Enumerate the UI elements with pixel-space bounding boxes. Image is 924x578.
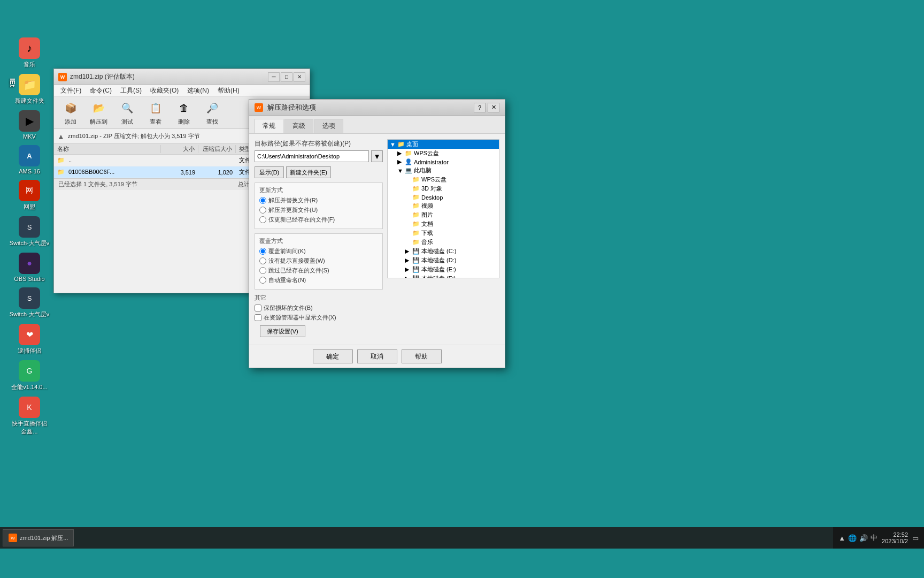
folder-icon-pics: 📁 <box>412 211 420 218</box>
tree-item-downloads[interactable]: 📁 下载 <box>403 229 499 238</box>
taskbar-item-winrar[interactable]: W zmd101.zip 解压... <box>3 529 74 546</box>
tree-item-docs[interactable]: 📁 文档 <box>403 219 499 229</box>
menu-file[interactable]: 文件(F) <box>57 85 84 96</box>
col-header-packed[interactable]: 压缩后大小 <box>198 145 236 153</box>
new-folder-button[interactable]: 新建文件夹(E) <box>286 166 331 178</box>
desktop-icon-mkv[interactable]: ▶ MKV <box>8 110 51 140</box>
taskbar-winrar-label: zmd101.zip 解压... <box>20 534 68 542</box>
test-toolbar-label: 测试 <box>121 118 133 126</box>
overwrite-radio-skip[interactable]: 跳过已经存在的文件(S) <box>259 267 378 275</box>
radio-ask[interactable] <box>259 248 266 255</box>
toolbar-view-button[interactable]: 📋 查看 <box>143 97 167 128</box>
folder-icon-desktop2: 📁 <box>412 194 420 201</box>
tree-item-thispc[interactable]: ▼ 💻 此电脑 <box>395 166 499 175</box>
desktop-icon-music[interactable]: ♪ 音乐 <box>8 37 51 69</box>
radio-rename[interactable] <box>259 277 266 284</box>
minimize-button[interactable]: ─ <box>268 72 280 82</box>
help-button[interactable]: 帮助 <box>402 349 442 363</box>
tree-item-disk-e[interactable]: ▶ 💾 本地磁盘 (E:) <box>403 265 499 274</box>
checkbox-show-explorer[interactable]: 在资源管理器中显示文件(X) <box>255 314 383 322</box>
desktop-icon-folder[interactable]: 📁 新建文件夹 <box>8 74 51 105</box>
dialog-title-icon: W <box>255 103 263 112</box>
system-clock[interactable]: 22:52 2023/10/2 <box>882 531 908 544</box>
desktop-icon-obs[interactable]: ● OBS Studio <box>8 253 51 282</box>
radio-existing[interactable] <box>259 216 266 223</box>
tray-ime-icon[interactable]: 中 <box>871 533 877 543</box>
cancel-button[interactable]: 取消 <box>357 349 397 363</box>
desktop-icon-red[interactable]: ❤ 逮捕伴侣 <box>8 324 51 355</box>
desktop-icon-full[interactable]: G 全能v1.14.0... <box>8 360 51 391</box>
menu-help[interactable]: 帮助(H) <box>214 85 243 96</box>
tree-item-disk-d[interactable]: ▶ 💾 本地磁盘 (D:) <box>403 256 499 265</box>
save-settings-button[interactable]: 保存设置(V) <box>260 325 305 337</box>
tray-network-icon[interactable]: 🌐 <box>848 534 857 542</box>
update-radio-update[interactable]: 解压并更新文件(U) <box>259 206 378 214</box>
switch2-icon-label: Switch-大气层v <box>10 310 50 318</box>
back-arrow[interactable]: ▲ <box>57 132 65 141</box>
menu-favorites[interactable]: 收藏夹(O) <box>147 85 182 96</box>
desktop-icon-switch2[interactable]: S Switch-大气层v <box>8 287 51 318</box>
tree-item-pics[interactable]: 📁 图片 <box>403 210 499 219</box>
toolbar-test-button[interactable]: 🔍 测试 <box>115 97 139 128</box>
tree-item-video[interactable]: 📁 视频 <box>403 201 499 210</box>
checkbox-keep-broken[interactable]: 保留损坏的文件(B) <box>255 304 383 312</box>
tree-item-music[interactable]: 📁 音乐 <box>403 238 499 247</box>
show-desktop-icon[interactable]: ▭ <box>912 534 919 542</box>
tree-indent-music: 📁 音乐 <box>388 238 499 247</box>
overwrite-radio-ask[interactable]: 覆盖前询问(K) <box>259 247 378 255</box>
toolbar-add-button[interactable]: 📦 添加 <box>58 97 82 128</box>
ams-icon: A <box>19 145 40 166</box>
toolbar-extract-button[interactable]: 📂 解压到 <box>87 97 111 128</box>
menu-options[interactable]: 选项(N) <box>184 85 212 96</box>
menu-command[interactable]: 命令(C) <box>87 85 115 96</box>
folder-icon-disk-d: 💾 <box>412 257 420 264</box>
tree-item-3d[interactable]: 📁 3D 对象 <box>403 184 499 193</box>
col-header-size[interactable]: 大小 <box>161 145 198 153</box>
desktop-icon-switch1[interactable]: S Switch-大气层v <box>8 216 51 247</box>
menu-tools[interactable]: 工具(S) <box>117 85 145 96</box>
tree-item-desktop2[interactable]: 📁 Desktop <box>403 193 499 201</box>
desktop-icon-stream[interactable]: K 快手直播伴侣 金鑫... <box>8 397 51 436</box>
radio-update[interactable] <box>259 207 266 214</box>
check-keep-broken[interactable] <box>255 305 261 311</box>
tree-item-wps-cloud2[interactable]: 📁 WPS云盘 <box>403 175 499 184</box>
ok-button[interactable]: 确定 <box>313 349 353 363</box>
folder-tree[interactable]: ▼ 📁 桌面 ▶ 📁 WPS云盘 ▶ 👤 Administrator <box>387 139 499 278</box>
tray-arrow-icon[interactable]: ▲ <box>838 534 845 542</box>
tab-options[interactable]: 选项 <box>314 119 343 133</box>
update-radio-existing[interactable]: 仅更新已经存在的文件(F) <box>259 216 378 224</box>
toolbar-find-button[interactable]: 🔎 查找 <box>200 97 224 128</box>
winrar-title-icon: W <box>58 73 67 81</box>
check-show-explorer[interactable] <box>255 314 261 321</box>
overwrite-radio-rename[interactable]: 自动重命名(N) <box>259 276 378 284</box>
tree-item-disk-c[interactable]: ▶ 💾 本地磁盘 (C:) <box>403 247 499 256</box>
maximize-button[interactable]: □ <box>281 72 292 82</box>
tree-item-desktop[interactable]: ▼ 📁 桌面 <box>388 140 499 149</box>
radio-replace[interactable] <box>259 197 266 204</box>
taskbar-winrar-icon: W <box>9 534 17 542</box>
tree-indent-disk-c: ▶ 💾 本地磁盘 (C:) <box>388 247 499 256</box>
close-button[interactable]: ✕ <box>294 72 305 82</box>
expand-icon-disk-d: ▶ <box>405 257 412 264</box>
tree-label-downloads: 下载 <box>421 229 433 237</box>
desktop-icon-ams[interactable]: A AMS-16 <box>8 145 51 174</box>
dialog-help-button[interactable]: ? <box>474 103 486 112</box>
radio-skip[interactable] <box>259 267 266 274</box>
path-input[interactable] <box>255 150 369 162</box>
col-header-name[interactable]: 名称 <box>54 145 161 153</box>
tab-general[interactable]: 常规 <box>255 119 283 133</box>
desktop-icon-wangmeng[interactable]: 网 网盟 <box>8 180 51 211</box>
toolbar-delete-button[interactable]: 🗑 删除 <box>172 97 196 128</box>
tree-item-admin[interactable]: ▶ 👤 Administrator <box>395 158 499 166</box>
tree-item-disk-f[interactable]: ▶ 💾 本地磁盘 (F:) <box>403 274 499 278</box>
tray-volume-icon[interactable]: 🔊 <box>859 534 868 542</box>
update-radio-replace[interactable]: 解压并替换文件(R) <box>259 196 378 204</box>
tab-advanced[interactable]: 高级 <box>284 119 313 133</box>
overwrite-radio-nodialog[interactable]: 没有提示直接覆盖(W) <box>259 257 378 265</box>
show-button[interactable]: 显示(D) <box>255 166 284 178</box>
dialog-close-button[interactable]: ✕ <box>488 103 499 112</box>
radio-nodialog[interactable] <box>259 257 266 264</box>
tree-item-wps-cloud[interactable]: ▶ 📁 WPS云盘 <box>395 149 499 158</box>
path-dropdown-button[interactable]: ▼ <box>371 150 383 162</box>
dialog-content: 目标路径(如果不存在将被创建)(P) ▼ 显示(D) 新建文件夹(E) 更新方式… <box>249 134 505 345</box>
